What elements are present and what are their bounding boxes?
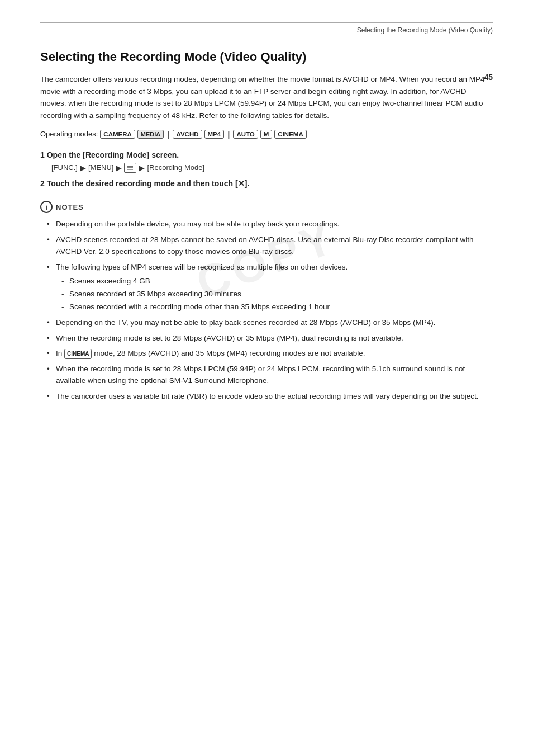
svg-rect-2: [127, 169, 133, 169]
bullet-8: The camcorder uses a variable bit rate (…: [47, 391, 493, 403]
sep2: |: [227, 129, 230, 139]
bullet-5: When the recording mode is set to 28 Mbp…: [47, 333, 493, 344]
step-1-text: Open the [Recording Mode] screen.: [47, 150, 179, 159]
info-icon: i: [40, 201, 53, 213]
mode-auto: AUTO: [233, 130, 258, 139]
recording-mode-label: [Recording Mode]: [147, 163, 204, 172]
operating-modes-label: Operating modes:: [40, 130, 98, 138]
mode-media: MEDIA: [137, 130, 164, 139]
sub-list: Scenes exceeding 4 GB Scenes recorded at…: [56, 276, 493, 313]
steps: 1 Open the [Recording Mode] screen. [FUN…: [40, 149, 493, 190]
page-number: 45: [484, 73, 493, 82]
header-line: Selecting the Recording Mode (Video Qual…: [40, 26, 493, 34]
sub-bullet-2: Scenes recorded at 35 Mbps exceeding 30 …: [61, 289, 493, 300]
notes-section: i NOTES Depending on the portable device…: [40, 201, 493, 403]
func-label: [FUNC.]: [51, 163, 78, 172]
bullet-4: Depending on the TV, you may not be able…: [47, 317, 493, 329]
step-1-sub: [FUNC.] ▶ [MENU] ▶ ▶ [Recording Mode]: [51, 163, 493, 173]
mode-camera: CAMERA: [100, 130, 135, 139]
bullet-3: The following types of MP4 scenes will b…: [47, 262, 493, 313]
step-2-number: 2: [40, 179, 47, 188]
svg-rect-0: [127, 166, 133, 166]
operating-modes: Operating modes: CAMERA MEDIA | AVCHD MP…: [40, 129, 493, 139]
bullet-1: Depending on the portable device, you ma…: [47, 219, 493, 230]
bullet-6: In CINEMA mode, 28 Mbps (AVCHD) and 35 M…: [47, 348, 493, 360]
bullet-2: AVCHD scenes recorded at 28 Mbps cannot …: [47, 234, 493, 258]
sub-bullet-3: Scenes recorded with a recording mode ot…: [61, 301, 493, 313]
menu-label: [MENU]: [88, 163, 114, 172]
step-2-text: Touch the desired recording mode and the…: [47, 179, 250, 188]
header-title: Selecting the Recording Mode (Video Qual…: [357, 26, 493, 34]
arrow-3: ▶: [139, 163, 145, 172]
mode-m: M: [260, 130, 273, 139]
arrow-1: ▶: [80, 163, 86, 172]
mode-mp4: MP4: [204, 130, 225, 139]
arrow-2: ▶: [116, 163, 122, 172]
notes-header: i NOTES: [40, 201, 493, 213]
menu-icon: [124, 163, 136, 173]
bullet-7: When the recording mode is set to 28 Mbp…: [47, 363, 493, 387]
notes-title: NOTES: [56, 203, 84, 211]
top-rule: [40, 22, 493, 23]
step-1-number: 1: [40, 150, 47, 159]
page-title: Selecting the Recording Mode (Video Qual…: [40, 50, 493, 64]
page: Selecting the Recording Mode (Video Qual…: [0, 0, 533, 440]
sub-bullet-1: Scenes exceeding 4 GB: [61, 276, 493, 287]
mode-avchd: AVCHD: [173, 130, 202, 139]
cinema-badge-inline: CINEMA: [64, 349, 92, 359]
svg-rect-1: [127, 167, 133, 168]
sep1: |: [167, 129, 169, 139]
intro-text: The camcorder offers various recording m…: [40, 73, 493, 121]
step-2: 2 Touch the desired recording mode and t…: [40, 177, 493, 190]
mode-cinema: CINEMA: [274, 130, 306, 139]
bullet-list: Depending on the portable device, you ma…: [40, 219, 493, 403]
step-1: 1 Open the [Recording Mode] screen. [FUN…: [40, 149, 493, 172]
